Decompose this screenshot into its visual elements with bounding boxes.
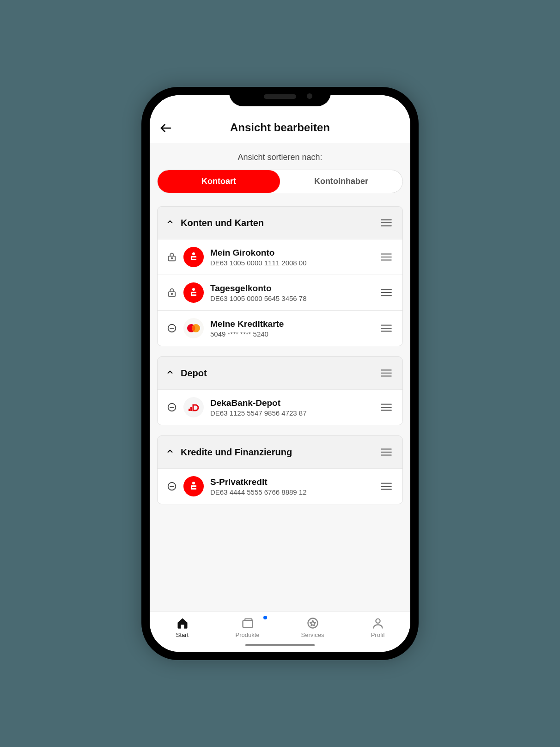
drag-icon [380, 219, 392, 227]
svg-point-6 [192, 252, 195, 255]
account-name: Tagesgelkonto [210, 283, 378, 294]
chevron-up-icon [166, 447, 174, 458]
svg-marker-44 [310, 620, 316, 626]
drag-icon [380, 253, 392, 261]
home-icon [176, 617, 189, 630]
mastercard-logo-icon [183, 318, 204, 338]
svg-rect-42 [243, 620, 252, 627]
group-title: Depot [181, 368, 207, 379]
svg-point-38 [192, 482, 195, 484]
group-kredite: Kredite und Finanzierung S-Privatkredit … [157, 435, 403, 504]
account-row[interactable]: Mein Girokonto DE63 1005 0000 1111 2008 … [158, 239, 402, 275]
nav-label: Produkte [235, 631, 259, 638]
group-header[interactable]: Depot [158, 357, 402, 389]
drag-icon [380, 403, 392, 411]
group-title: Konten und Karten [181, 218, 264, 228]
sparkasse-logo-icon [183, 247, 204, 267]
account-name: Meine Kreditkarte [210, 319, 378, 329]
svg-point-5 [171, 257, 173, 259]
nav-label: Services [301, 631, 324, 638]
notification-dot-icon [263, 616, 267, 619]
svg-rect-29 [190, 407, 192, 411]
svg-point-43 [308, 618, 317, 628]
star-circle-icon [306, 617, 319, 630]
sort-option-kontoart[interactable]: Kontoart [158, 170, 280, 193]
drag-icon [380, 288, 392, 297]
drag-handle[interactable] [378, 446, 394, 458]
account-name: DekaBank-Depot [210, 398, 378, 408]
sort-segmented-control: Kontoart Kontoinhaber [157, 170, 403, 193]
remove-icon[interactable] [166, 481, 178, 491]
nav-services[interactable]: Services [280, 617, 345, 638]
account-number: 5049 **** **** 5240 [210, 330, 378, 338]
phone-frame: Ansicht bearbeiten Ansicht sortieren nac… [141, 87, 419, 660]
account-name: Mein Girokonto [210, 248, 378, 258]
drag-handle[interactable] [378, 217, 394, 229]
remove-icon[interactable] [166, 402, 178, 412]
account-row[interactable]: DekaBank-Depot DE63 1125 5547 9856 4723 … [158, 389, 402, 425]
account-row[interactable]: S-Privatkredit DE63 4444 5555 6766 8889 … [158, 468, 402, 504]
wallet-icon [241, 617, 254, 630]
group-depot: Depot DekaBank-Depot DE63 1125 5547 9856… [157, 356, 403, 425]
drag-icon [380, 369, 392, 377]
nav-label: Profil [371, 631, 385, 638]
nav-profil[interactable]: Profil [345, 617, 410, 638]
drag-handle[interactable] [378, 287, 394, 299]
svg-point-12 [192, 288, 195, 291]
account-row[interactable]: Meine Kreditkarte 5049 **** **** 5240 [158, 310, 402, 346]
lock-icon [166, 252, 178, 262]
drag-icon [380, 324, 392, 332]
svg-point-45 [376, 619, 380, 623]
phone-notch [229, 87, 331, 106]
account-row[interactable]: Tagesgelkonto DE63 1005 0000 5645 3456 7… [158, 275, 402, 310]
drag-handle[interactable] [378, 251, 394, 263]
back-button[interactable] [159, 121, 173, 137]
account-number: DE63 1125 5547 9856 4723 87 [210, 409, 378, 417]
remove-icon[interactable] [166, 323, 178, 333]
group-header[interactable]: Kredite und Finanzierung [158, 436, 402, 468]
drag-handle[interactable] [378, 401, 394, 413]
group-title: Kredite und Finanzierung [181, 447, 292, 458]
account-number: DE63 4444 5555 6766 8889 12 [210, 488, 378, 496]
sparkasse-logo-icon [183, 282, 204, 303]
account-number: DE63 1005 0000 5645 3456 78 [210, 294, 378, 302]
bottom-navigation: Start Produkte Services Profil [150, 612, 410, 640]
account-number: DE63 1005 0000 1111 2008 00 [210, 259, 378, 267]
arrow-left-icon [159, 121, 173, 135]
nav-produkte[interactable]: Produkte [215, 617, 280, 638]
drag-icon [380, 448, 392, 456]
chevron-up-icon [166, 218, 174, 228]
svg-point-11 [171, 293, 173, 294]
home-indicator[interactable] [150, 640, 410, 652]
account-name: S-Privatkredit [210, 477, 378, 487]
group-header[interactable]: Konten und Karten [158, 207, 402, 239]
svg-rect-28 [189, 409, 190, 411]
sort-option-kontoinhaber[interactable]: Kontoinhaber [280, 170, 402, 193]
sort-by-label: Ansicht sortieren nach: [157, 153, 403, 162]
drag-handle[interactable] [378, 480, 394, 492]
content-scroll[interactable]: Ansicht sortieren nach: Kontoart Kontoin… [150, 143, 410, 612]
lock-icon [166, 288, 178, 298]
drag-handle[interactable] [378, 367, 394, 379]
nav-start[interactable]: Start [150, 617, 215, 638]
drag-icon [380, 482, 392, 490]
chevron-up-icon [166, 368, 174, 379]
drag-handle[interactable] [378, 322, 394, 334]
group-konten-und-karten: Konten und Karten Mein Girokonto DE63 10… [157, 206, 403, 346]
deka-logo-icon [183, 397, 204, 417]
app-screen: Ansicht bearbeiten Ansicht sortieren nac… [150, 95, 410, 652]
page-title: Ansicht bearbeiten [159, 121, 401, 134]
profile-icon [371, 617, 384, 630]
sparkasse-logo-icon [183, 476, 204, 496]
nav-label: Start [176, 631, 189, 638]
